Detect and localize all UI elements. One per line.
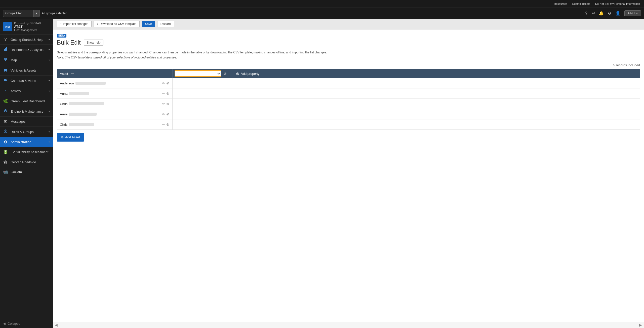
chevron-icon: ▾: [49, 130, 50, 133]
edit-row-btn[interactable]: ✏: [162, 91, 165, 95]
col-add-property[interactable]: ⊕ Add property: [233, 69, 640, 78]
collapse-icon: ◀: [3, 322, 6, 325]
getting-started-icon: ?: [3, 37, 8, 42]
remove-row-btn[interactable]: ⊗: [166, 102, 169, 106]
row-property-cell: [173, 88, 233, 99]
sidebar-logo: AT&T Powered by GEOTAB AT&T Fleet Manage…: [3, 22, 41, 31]
edit-row-btn[interactable]: ✏: [162, 81, 165, 85]
sidebar-collapse-btn[interactable]: ◀ Collapse: [0, 319, 53, 328]
sidebar-item-map[interactable]: Map ▾: [0, 55, 53, 65]
logo-powered-by: Powered by GEOTAB: [14, 22, 41, 25]
sidebar-item-gocam[interactable]: 📹 GoCam+: [0, 167, 53, 177]
sidebar-item-ev-suitability[interactable]: 🔋 EV Suitability Assessment: [0, 147, 53, 157]
sidebar-item-label: Map: [11, 58, 46, 62]
sidebar-item-label: Activity: [11, 89, 46, 93]
scroll-right-arrow[interactable]: ▶: [639, 323, 642, 327]
chevron-icon: ▾: [49, 38, 50, 41]
green-fleet-icon: 🌿: [3, 99, 8, 104]
sidebar-item-label: Rules & Groups: [11, 130, 46, 134]
logo-icon: AT&T: [3, 22, 12, 31]
show-help-btn[interactable]: Show help: [84, 40, 103, 46]
sidebar-item-vehicles[interactable]: Vehicles & Assets: [0, 65, 53, 76]
sidebar-header: AT&T Powered by GEOTAB AT&T Fleet Manage…: [0, 19, 53, 35]
row-asset-cell: Anna ✏ ⊗: [57, 88, 173, 99]
sidebar-item-cameras[interactable]: Cameras & Video ▾: [0, 76, 53, 86]
save-btn[interactable]: Save: [142, 21, 155, 27]
records-count: 5 records included: [57, 63, 640, 67]
dashboard-icon: [3, 47, 8, 52]
sidebar-item-getting-started[interactable]: ? Getting Started & Help ▾: [0, 35, 53, 45]
download-csv-btn[interactable]: ↓ Download as CSV template: [94, 21, 140, 27]
sidebar-item-label: Getting Started & Help: [11, 38, 46, 42]
sidebar-item-administration[interactable]: ⚙ Administration ▾: [0, 137, 53, 147]
description-text: Selects entities and the corresponding p…: [57, 50, 640, 55]
groups-filter-dropdown-btn[interactable]: ▾: [33, 10, 39, 17]
remove-property-btn[interactable]: ⊗: [223, 71, 228, 76]
remove-row-btn[interactable]: ⊗: [166, 91, 169, 95]
add-asset-icon: ⊕: [61, 135, 64, 139]
scroll-left-arrow[interactable]: ◀: [55, 323, 58, 327]
notifications-icon[interactable]: 🔔: [599, 11, 604, 16]
groups-filter-control[interactable]: Groups filter ▾: [3, 10, 40, 17]
sidebar-item-label: Geotab Roadside: [11, 160, 50, 164]
row-value-cell: [233, 78, 640, 88]
remove-row-btn[interactable]: ⊗: [166, 122, 169, 126]
groups-filter-label: Groups filter: [3, 12, 33, 15]
import-list-changes-btn[interactable]: ↑ Import list changes: [57, 21, 92, 27]
row-asset-cell: Chris ✏ ⊗: [57, 119, 173, 129]
discard-btn[interactable]: Discard: [157, 21, 174, 27]
engine-icon: [3, 109, 8, 114]
add-asset-btn[interactable]: ⊕ Add Asset: [57, 133, 84, 142]
svg-rect-5: [4, 69, 7, 71]
svg-rect-8: [4, 79, 6, 81]
row-asset-cell: Chris ✏ ⊗: [57, 99, 173, 109]
sidebar-item-dashboard[interactable]: Dashboard & Analytics ▾: [0, 45, 53, 55]
remove-row-btn[interactable]: ⊗: [166, 112, 169, 116]
settings-icon[interactable]: ⚙: [608, 11, 611, 16]
sidebar-item-engine[interactable]: Engine & Maintenance ▾: [0, 106, 53, 117]
edit-row-btn[interactable]: ✏: [162, 112, 165, 116]
resources-link[interactable]: Resources: [554, 2, 567, 5]
row-property-cell: [173, 99, 233, 109]
asset-sub-text: [69, 92, 89, 95]
svg-rect-4: [6, 47, 7, 51]
chevron-icon: ▾: [49, 110, 50, 113]
messages-icon: ✉: [3, 119, 8, 124]
edit-row-btn[interactable]: ✏: [162, 102, 165, 106]
table-row: Chris ✏ ⊗: [57, 119, 640, 130]
property-select[interactable]: [175, 70, 221, 77]
page-content: BETA Bulk Edit Show help Selects entitie…: [53, 29, 644, 322]
remove-row-btn[interactable]: ⊗: [166, 81, 169, 85]
sidebar-item-activity[interactable]: Activity ▾: [0, 86, 53, 96]
edit-row-btn[interactable]: ✏: [162, 122, 165, 126]
help-icon[interactable]: ?: [585, 11, 587, 16]
rules-icon: [3, 129, 8, 134]
beta-badge: BETA: [57, 34, 66, 38]
edit-asset-col-btn[interactable]: ✏: [70, 71, 75, 76]
user-icon[interactable]: 👤: [615, 11, 620, 16]
col-property-header: ⊗: [173, 69, 233, 78]
asset-sub-text: [69, 102, 104, 105]
user-badge[interactable]: AT&T ▾: [624, 10, 641, 16]
sidebar-item-label: Dashboard & Analytics: [11, 48, 46, 52]
top-bar: Resources Submit Tickets Do Not Sell My …: [0, 0, 644, 8]
sidebar-nav: ? Getting Started & Help ▾ Dashboard & A…: [0, 35, 53, 319]
svg-point-7: [6, 71, 7, 72]
sidebar-item-rules[interactable]: Rules & Groups ▾: [0, 127, 53, 137]
all-groups-text: All groups selected: [42, 12, 67, 15]
submit-tickets-link[interactable]: Submit Tickets: [572, 2, 590, 5]
mail-icon[interactable]: ✉: [591, 11, 595, 16]
sidebar-item-geotab-roadside[interactable]: 🛣 Geotab Roadside: [0, 157, 53, 167]
gocam-icon: 📹: [3, 170, 8, 174]
row-icons: ✏ ⊗: [162, 81, 169, 85]
ev-icon: 🔋: [3, 150, 8, 154]
map-icon: [3, 57, 8, 62]
do-not-sell-link[interactable]: Do Not Sell My Personal Information: [595, 2, 640, 5]
row-icons: ✏ ⊗: [162, 122, 169, 126]
chevron-icon: ▾: [49, 141, 50, 143]
vehicles-icon: [3, 68, 8, 73]
row-property-cell: [173, 78, 233, 88]
row-value-cell: [233, 88, 640, 99]
sidebar-item-messages[interactable]: ✉ Messages: [0, 117, 53, 127]
sidebar-item-green-fleet[interactable]: 🌿 Green Fleet Dashboard: [0, 96, 53, 106]
